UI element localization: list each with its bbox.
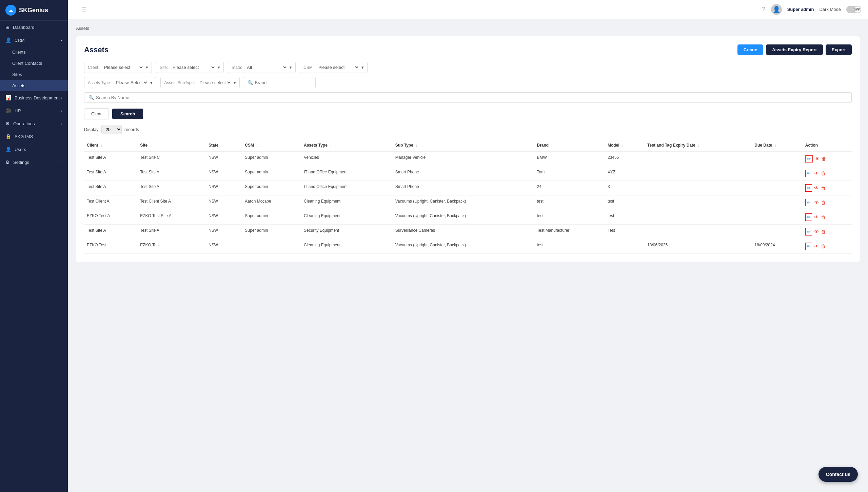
view-icon[interactable]: 👁	[814, 214, 819, 220]
table-cell: EZKO Test	[137, 239, 206, 254]
delete-icon[interactable]: 🗑	[821, 229, 826, 234]
edit-icon[interactable]: ✏	[805, 228, 812, 235]
breadcrumb: Assets	[76, 26, 860, 31]
edit-icon[interactable]: ✏	[805, 243, 812, 250]
edit-icon[interactable]: ✏	[805, 170, 812, 177]
sidebar-item-settings[interactable]: ⚙ Settings ›	[0, 156, 68, 169]
col-state: State ↕	[206, 139, 242, 151]
sort-icon: ↕	[775, 144, 776, 147]
delete-icon[interactable]: 🗑	[821, 244, 826, 249]
csm-select[interactable]: Please select	[317, 64, 359, 70]
chevron-right-icon: ›	[61, 96, 62, 100]
view-icon[interactable]: 👁	[814, 244, 819, 249]
action-cell: ✏ 👁 🗑	[803, 166, 852, 181]
search-by-name-input[interactable]	[96, 95, 847, 100]
delete-icon[interactable]: 🗑	[821, 214, 826, 220]
view-icon[interactable]: 👁	[814, 171, 819, 176]
state-select[interactable]: All	[245, 64, 288, 70]
view-icon[interactable]: 👁	[814, 200, 819, 205]
edit-icon[interactable]: ✏	[805, 155, 813, 163]
clear-button[interactable]: Clear	[84, 108, 109, 119]
table-cell: IT and Office Equipment	[301, 166, 393, 181]
sidebar-item-assets[interactable]: Assets	[0, 80, 68, 91]
topbar-right: ? 👤 Super admin Dark Mode OFF	[762, 4, 861, 15]
sidebar-item-sites[interactable]: Sites	[0, 69, 68, 80]
table-cell: Test Site A	[84, 181, 137, 195]
table-cell: Security Equipment	[301, 225, 393, 239]
chevron-right-icon: ›	[61, 109, 62, 113]
col-assets-type: Assets Type ↕	[301, 139, 393, 151]
logo-text: SKGenius	[19, 7, 48, 14]
table-cell: Test Site A	[137, 166, 206, 181]
hamburger-button[interactable]: ☰	[75, 1, 94, 18]
page-card: Assets Create Assets Expiry Report Expor…	[76, 36, 860, 262]
delete-icon[interactable]: 🗑	[821, 171, 826, 176]
view-icon[interactable]: 👁	[815, 156, 820, 162]
table-cell: test	[534, 239, 605, 254]
logo-area: ☁ SKGenius	[0, 0, 68, 21]
action-cell: ✏ 👁 🗑	[803, 195, 852, 210]
help-icon[interactable]: ?	[762, 6, 766, 13]
table-cell: test	[605, 195, 645, 210]
sidebar-item-dashboard[interactable]: ⊞ Dashboard	[0, 21, 68, 34]
assets-subtype-filter[interactable]: Assets SubType: Please select ▾	[160, 77, 239, 88]
hr-icon: 🎥	[5, 108, 11, 113]
brand-input[interactable]	[255, 80, 312, 85]
sidebar-item-client-contacts[interactable]: Client Contacts	[0, 58, 68, 69]
view-icon[interactable]: 👁	[814, 229, 819, 234]
edit-icon[interactable]: ✏	[805, 184, 812, 192]
csm-label: CSM:	[303, 65, 314, 70]
business-dev-icon: 📊	[5, 95, 11, 100]
assets-type-filter[interactable]: Assets Type: Please Select ▾	[84, 77, 156, 88]
sidebar-item-business-development[interactable]: 📊 Business Development ›	[0, 91, 68, 104]
sidebar-item-users[interactable]: 👤 Users ›	[0, 143, 68, 156]
state-filter[interactable]: State: All ▾	[228, 62, 296, 73]
delete-icon[interactable]: 🗑	[821, 185, 826, 191]
table-cell: Cleaning Equipment	[301, 239, 393, 254]
client-filter[interactable]: Client: Please select ▾	[84, 62, 152, 73]
sidebar-item-skg-ims[interactable]: 🔒 SKG IMS	[0, 130, 68, 143]
site-filter[interactable]: Site: Please select ▾	[156, 62, 224, 73]
edit-icon[interactable]: ✏	[805, 213, 812, 221]
sidebar-item-label: Settings	[13, 160, 29, 165]
view-icon[interactable]: 👁	[814, 185, 819, 191]
sidebar-item-hr[interactable]: 🎥 HR ›	[0, 104, 68, 117]
main-area: ☰ ? 👤 Super admin Dark Mode OFF Assets A…	[68, 0, 868, 492]
table-cell	[645, 210, 752, 225]
table-cell: Cleaning Equipment	[301, 195, 393, 210]
sidebar-item-clients[interactable]: Clients	[0, 46, 68, 58]
topbar: ☰ ? 👤 Super admin Dark Mode OFF	[68, 0, 868, 19]
delete-icon[interactable]: 🗑	[821, 200, 826, 205]
sidebar-item-crm[interactable]: 👤 CRM ▾	[0, 34, 68, 46]
display-count-select[interactable]: 20 50 100	[101, 125, 122, 134]
table-cell	[752, 166, 803, 181]
create-button[interactable]: Create	[737, 44, 763, 55]
site-select[interactable]: Please select	[171, 64, 216, 70]
assets-type-select[interactable]: Please Select	[114, 80, 148, 86]
table-cell: Aaron Mccabe	[242, 195, 301, 210]
dark-mode-toggle[interactable]: OFF	[846, 6, 861, 13]
assets-expiry-report-button[interactable]: Assets Expiry Report	[766, 44, 823, 55]
client-select[interactable]: Please select	[103, 64, 144, 70]
display-row: Display 20 50 100 records	[84, 125, 852, 134]
sidebar: ☁ SKGenius ⊞ Dashboard 👤 CRM ▾ Clients C…	[0, 0, 68, 492]
search-button[interactable]: Search	[112, 109, 143, 119]
sidebar-item-operations[interactable]: ⚙ Operations ›	[0, 117, 68, 130]
csm-filter[interactable]: CSM: Please select ▾	[300, 62, 368, 73]
records-label: records	[124, 127, 139, 132]
edit-icon[interactable]: ✏	[805, 199, 812, 206]
search-name-icon: 🔍	[88, 95, 94, 100]
table-cell	[752, 225, 803, 239]
table-row: Test Site ATest Site CNSWSuper adminVehi…	[84, 151, 852, 166]
contact-us-button[interactable]: Contact us	[818, 467, 858, 482]
table-cell: Test Site C	[137, 151, 206, 166]
table-cell	[645, 225, 752, 239]
export-button[interactable]: Export	[826, 44, 852, 55]
chevron-right-icon: ›	[61, 160, 62, 164]
delete-icon[interactable]: 🗑	[822, 156, 826, 162]
table-cell: Test Site A	[84, 166, 137, 181]
col-brand: Brand ↕	[534, 139, 605, 151]
brand-filter[interactable]: 🔍	[244, 77, 316, 88]
sidebar-item-label: Client Contacts	[12, 61, 42, 66]
assets-subtype-select[interactable]: Please select	[198, 80, 232, 86]
